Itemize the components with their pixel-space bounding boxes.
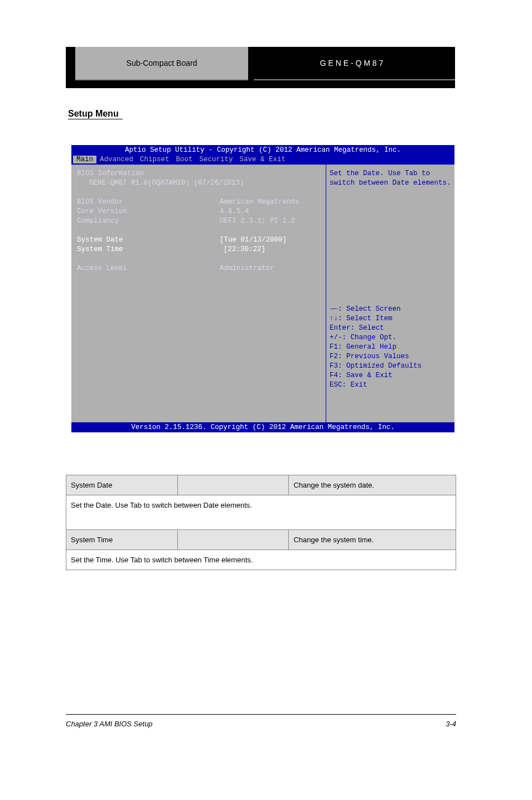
header-left-label: Sub-Compact Board	[75, 47, 248, 80]
document-header: Sub-Compact Board G E N E - Q M 8 7	[66, 47, 455, 88]
bios-body: BIOS Information GENE-QM87 R1.0(GQ87AM10…	[71, 165, 454, 422]
bios-core-version-label: Core Version	[77, 207, 220, 216]
settings-table: System Date Change the system date. Set …	[66, 475, 456, 570]
table-cell-full: Set the Date. Use Tab to switch between …	[66, 495, 456, 530]
bios-key-f3: F3: Optimized Defaults	[330, 362, 451, 371]
bios-screenshot: Aptio Setup Utility - Copyright (C) 2012…	[71, 145, 454, 431]
bios-info-header: BIOS Information	[77, 169, 144, 179]
bios-tab-save-exit[interactable]: Save & Exit	[236, 156, 289, 163]
table-row: Set the Time. Use Tab to switch between …	[66, 550, 456, 570]
bios-left-pane: BIOS Information GENE-QM87 R1.0(GQ87AM10…	[71, 165, 326, 422]
header-right-label: G E N E - Q M 8 7	[254, 47, 455, 80]
bios-info-sub: GENE-QM87 R1.0(GQ87AM10) (07/26/2013)	[89, 179, 244, 188]
bios-help-line-1: Set the Date. Use Tab to	[330, 169, 451, 179]
bios-tab-chipset[interactable]: Chipset	[137, 156, 173, 163]
page-footer: Chapter 3 AMI BIOS Setup 3-4	[66, 720, 456, 728]
section-heading-underline	[68, 119, 123, 119]
bios-system-time-label[interactable]: System Time	[77, 245, 220, 254]
table-row: System Date Change the system date.	[66, 475, 456, 495]
table-cell-desc: Change the system time.	[289, 530, 456, 550]
bios-key-enter: Enter: Select	[330, 324, 451, 333]
bios-access-level-label: Access Level	[77, 264, 220, 273]
bios-tab-bar: Main Advanced Chipset Boot Security Save…	[71, 155, 454, 165]
table-cell-full: Set the Time. Use Tab to switch between …	[66, 550, 456, 570]
bios-key-f2: F2: Previous Values	[330, 352, 451, 362]
bios-core-version-value: 4.6.5.4	[220, 207, 249, 216]
section-heading: Setup Menu	[68, 109, 119, 119]
bios-footer: Version 2.15.1236. Copyright (C) 2012 Am…	[71, 422, 454, 432]
bios-access-level-value: Administrator	[220, 264, 274, 273]
bios-key-f1: F1: General Help	[330, 343, 451, 352]
bios-tab-boot[interactable]: Boot	[173, 156, 196, 163]
bios-key-change-opt: +/-: Change Opt.	[330, 333, 451, 343]
bios-tab-main[interactable]: Main	[73, 156, 96, 163]
bios-system-date-label[interactable]: System Date	[77, 235, 220, 245]
bios-key-select-item: ↑↓: Select Item	[330, 314, 451, 324]
bios-vendor-value: American Megatrends	[220, 197, 299, 207]
table-cell-desc: Change the system date.	[289, 475, 456, 495]
table-row: System Time Change the system time.	[66, 530, 456, 550]
bios-right-pane: Set the Date. Use Tab to switch between …	[326, 165, 454, 422]
bios-tab-security[interactable]: Security	[196, 156, 236, 163]
bios-system-date-value[interactable]: [Tue 01/13/2009]	[220, 235, 287, 245]
footer-rule	[66, 714, 456, 715]
bios-system-time-value[interactable]: [22:30:22]	[220, 245, 265, 254]
bios-key-select-screen: →←: Select Screen	[330, 305, 451, 314]
bios-help-line-2: switch between Date elements.	[330, 179, 451, 188]
header-divider	[248, 47, 254, 88]
table-cell-empty	[177, 530, 289, 550]
table-row: Set the Date. Use Tab to switch between …	[66, 495, 456, 530]
bios-key-f4: F4: Save & Exit	[330, 371, 451, 380]
bios-compliancy-label: Compliancy	[77, 216, 220, 226]
bios-vendor-label: BIOS Vendor	[77, 197, 220, 207]
footer-page-number: 3-4	[446, 720, 456, 728]
bios-tab-advanced[interactable]: Advanced	[96, 156, 137, 163]
bios-title: Aptio Setup Utility - Copyright (C) 2012…	[71, 145, 454, 155]
table-cell-system-date: System Date	[66, 475, 178, 495]
table-cell-system-time: System Time	[66, 530, 178, 550]
bios-key-esc: ESC: Exit	[330, 380, 451, 390]
bios-compliancy-value: UEFI 2.3.1; PI 1.2	[220, 216, 295, 226]
footer-chapter: Chapter 3 AMI BIOS Setup	[66, 720, 153, 728]
table-cell-empty	[177, 475, 289, 495]
